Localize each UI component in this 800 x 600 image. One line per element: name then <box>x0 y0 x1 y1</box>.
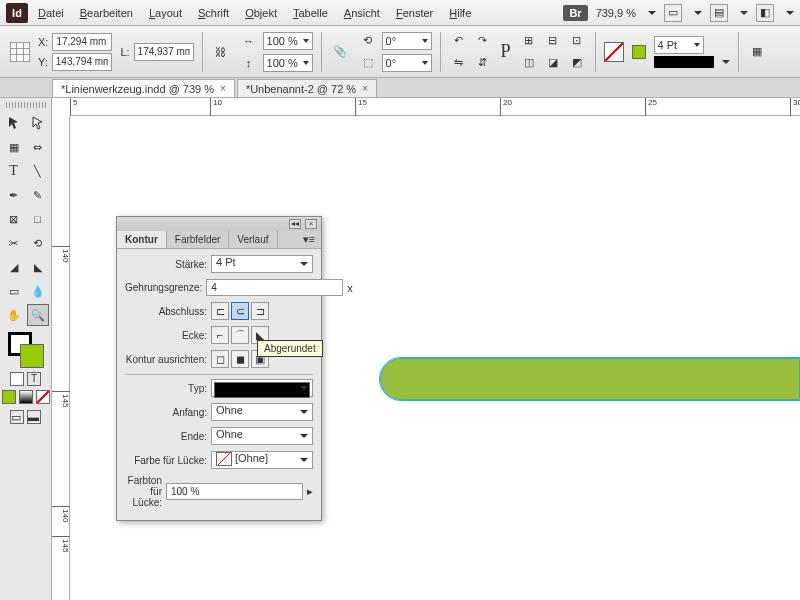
menu-layout[interactable]: Layout <box>143 3 188 23</box>
flip-h-icon[interactable]: ⇋ <box>449 53 469 73</box>
typ-select[interactable] <box>211 379 313 397</box>
rotate-ccw-icon[interactable]: ↶ <box>449 31 469 51</box>
selected-line-object[interactable] <box>380 358 800 400</box>
none-mode[interactable] <box>36 390 50 404</box>
align-inside-button[interactable]: ◼ <box>231 350 249 368</box>
line-tool[interactable]: ╲ <box>27 160 49 182</box>
page-tool[interactable]: ▦ <box>3 136 25 158</box>
transform-tool[interactable]: ⟲ <box>27 232 49 254</box>
reference-point[interactable] <box>10 42 30 62</box>
clip-icon[interactable]: 📎 <box>330 42 350 62</box>
menu-objekt[interactable]: Objekt <box>239 3 283 23</box>
rectangle-tool[interactable]: □ <box>27 208 49 230</box>
collapse-icon[interactable]: ◂◂ <box>289 219 301 229</box>
sel-b-icon[interactable]: ◪ <box>543 53 563 73</box>
tab-kontur[interactable]: Kontur <box>117 231 167 248</box>
link-icon[interactable]: ⛓ <box>211 42 231 62</box>
anfang-select[interactable]: Ohne <box>211 403 313 421</box>
align-center-button[interactable]: ◻ <box>211 350 229 368</box>
doc-tab-1[interactable]: *Linienwerkzeug.indd @ 739 %× <box>52 79 235 97</box>
l-input[interactable] <box>134 43 194 61</box>
caret-icon[interactable] <box>740 11 748 15</box>
select-next-icon[interactable]: ⊡ <box>567 31 587 51</box>
zoom-tool[interactable]: 🔍 <box>27 304 49 326</box>
luecke-farbe-select[interactable]: [Ohne] <box>211 451 313 469</box>
gradient-feather-tool[interactable]: ◣ <box>27 256 49 278</box>
view-preview[interactable]: ▬ <box>27 410 41 424</box>
menu-bearbeiten[interactable]: Bearbeiten <box>74 3 139 23</box>
canvas[interactable]: ◂◂ × Kontur Farbfelder Verlauf ▾≡ Stärke… <box>70 116 800 600</box>
scale-x-input[interactable]: 100 % <box>263 32 313 50</box>
cap-projecting-button[interactable]: ⊐ <box>251 302 269 320</box>
view-mode-2[interactable]: ▤ <box>710 4 728 22</box>
shear-input[interactable]: 0° <box>382 54 432 72</box>
select-parent-icon[interactable]: ⊞ <box>519 31 539 51</box>
select-child-icon[interactable]: ⊟ <box>543 31 563 51</box>
fill-stroke-swatch[interactable] <box>8 332 44 368</box>
menu-schrift[interactable]: Schrift <box>192 3 235 23</box>
cap-round-button[interactable]: ⊂ <box>231 302 249 320</box>
apply-color[interactable] <box>10 372 24 386</box>
tab-verlauf[interactable]: Verlauf <box>229 231 277 248</box>
view-mode-1[interactable]: ▭ <box>664 4 682 22</box>
hand-tool[interactable]: ✋ <box>3 304 25 326</box>
rotate-input[interactable]: 0° <box>382 32 432 50</box>
y-input[interactable] <box>52 53 112 71</box>
effects-icon[interactable]: ▦ <box>747 42 767 62</box>
menu-hilfe[interactable]: Hilfe <box>443 3 477 23</box>
gehrung-input[interactable] <box>206 279 343 296</box>
sel-a-icon[interactable]: ◫ <box>519 53 539 73</box>
menu-fenster[interactable]: Fenster <box>390 3 439 23</box>
sel-c-icon[interactable]: ◩ <box>567 53 587 73</box>
bridge-badge[interactable]: Br <box>563 5 587 21</box>
luecke-ton-input[interactable] <box>166 483 303 500</box>
stroke-color-swatch[interactable] <box>632 45 646 59</box>
cap-butt-button[interactable]: ⊏ <box>211 302 229 320</box>
caret-icon[interactable] <box>722 60 730 64</box>
join-miter-button[interactable]: ⌐ <box>211 326 229 344</box>
view-normal[interactable]: ▭ <box>10 410 24 424</box>
close-icon[interactable]: × <box>220 83 226 94</box>
gap-tool[interactable]: ⇔ <box>27 136 49 158</box>
pencil-tool[interactable]: ✎ <box>27 184 49 206</box>
staerke-select[interactable]: 4 Pt <box>211 255 313 273</box>
color-mode[interactable] <box>2 390 16 404</box>
ruler-vertical[interactable]: 140 145 140 145 <box>52 116 70 600</box>
zoom-level[interactable]: 739,9 % <box>596 7 636 19</box>
scissors-tool[interactable]: ✂ <box>3 232 25 254</box>
pen-tool[interactable]: ✒ <box>3 184 25 206</box>
flip-v-icon[interactable]: ⇵ <box>473 53 493 73</box>
view-mode-3[interactable]: ◧ <box>756 4 774 22</box>
doc-tab-2[interactable]: *Unbenannt-2 @ 72 %× <box>237 79 377 97</box>
scale-y-input[interactable]: 100 % <box>263 54 313 72</box>
panel-titlebar[interactable]: ◂◂ × <box>117 217 321 231</box>
eyedropper-tool[interactable]: 💧 <box>27 280 49 302</box>
apply-text[interactable]: T <box>27 372 41 386</box>
menu-tabelle[interactable]: Tabelle <box>287 3 334 23</box>
stroke-style[interactable] <box>654 56 714 68</box>
direct-selection-tool[interactable] <box>27 112 49 134</box>
rectangle-frame-tool[interactable]: ⊠ <box>3 208 25 230</box>
close-icon[interactable]: × <box>305 219 317 229</box>
close-icon[interactable]: × <box>362 83 368 94</box>
type-tool[interactable]: T <box>3 160 25 182</box>
panel-menu-icon[interactable]: ▾≡ <box>297 233 321 246</box>
tab-farbfelder[interactable]: Farbfelder <box>167 231 230 248</box>
ende-select[interactable]: Ohne <box>211 427 313 445</box>
note-tool[interactable]: ▭ <box>3 280 25 302</box>
fill-swatch[interactable] <box>604 42 624 62</box>
gradient-swatch-tool[interactable]: ◢ <box>3 256 25 278</box>
zoom-caret-icon[interactable] <box>648 11 656 15</box>
menu-datei[interactable]: Datei <box>32 3 70 23</box>
caret-icon[interactable] <box>694 11 702 15</box>
join-round-button[interactable]: ⌒ <box>231 326 249 344</box>
selection-tool[interactable] <box>3 112 25 134</box>
stroke-weight-input[interactable]: 4 Pt <box>654 36 704 54</box>
ruler-horizontal[interactable]: 5 10 15 20 25 30 <box>70 98 800 116</box>
p-icon[interactable]: P <box>501 41 511 62</box>
x-input[interactable] <box>52 33 112 51</box>
slider-caret-icon[interactable]: ▸ <box>307 485 313 498</box>
rotate-cw-icon[interactable]: ↷ <box>473 31 493 51</box>
gradient-mode[interactable] <box>19 390 33 404</box>
menu-ansicht[interactable]: Ansicht <box>338 3 386 23</box>
